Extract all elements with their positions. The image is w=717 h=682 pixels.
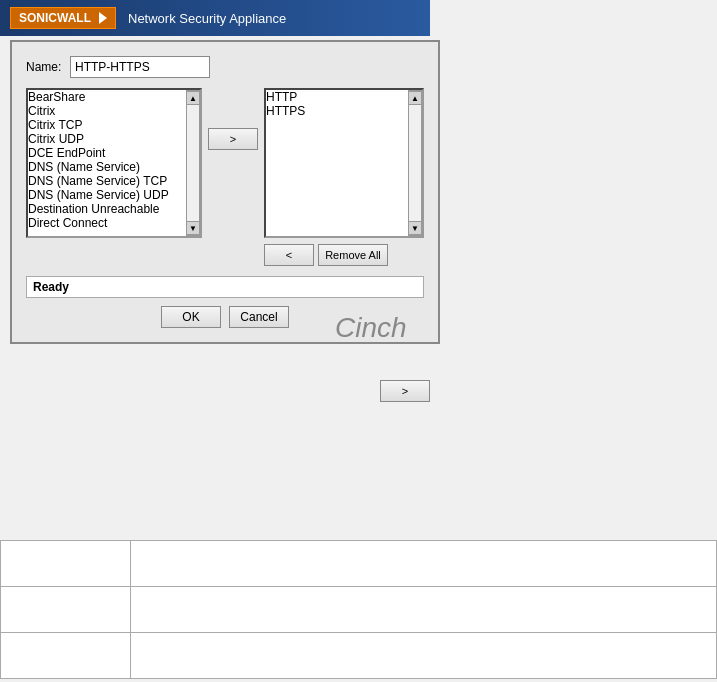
table-cell [131,541,717,587]
table-cell [131,587,717,633]
list-item[interactable]: DNS (Name Service) [28,160,186,174]
remove-button[interactable]: < [264,244,314,266]
header-title: Network Security Appliance [128,11,286,26]
page-wrapper: SONICWALL Network Security Appliance Nam… [0,0,717,682]
list-item[interactable]: Citrix [28,104,186,118]
right-list-content: HTTP HTTPS [266,90,408,236]
scroll-track [409,105,421,221]
list-item[interactable]: Citrix UDP [28,132,186,146]
bottom-table [0,540,717,679]
status-text: Ready [33,280,69,294]
left-list-box: BearShare Citrix Citrix TCP Citrix UDP D… [26,88,202,238]
table-row [1,541,717,587]
cancel-button[interactable]: Cancel [229,306,289,328]
list-item[interactable]: DCE EndPoint [28,146,186,160]
scroll-up-icon[interactable]: ▲ [408,91,422,105]
status-bar: Ready [26,276,424,298]
list-item[interactable]: Destination Unreachable [28,202,186,216]
arrow-below-button[interactable]: > [380,380,430,402]
table-cell [1,633,131,679]
list-item[interactable]: BearShare [28,90,186,104]
scroll-track [187,105,199,221]
remove-buttons-row: < Remove All [264,244,424,266]
name-row: Name: [26,56,424,78]
right-panel: HTTP HTTPS ▲ ▼ < Remove All [264,88,424,266]
list-item[interactable]: HTTPS [266,104,408,118]
sonicwall-logo: SONICWALL [10,7,116,29]
remove-all-button[interactable]: Remove All [318,244,388,266]
logo-arrow-icon [99,12,107,24]
transfer-buttons: > [208,88,258,150]
table-cell [1,587,131,633]
list-item[interactable]: DNS (Name Service) TCP [28,174,186,188]
list-item[interactable]: Citrix TCP [28,118,186,132]
name-label: Name: [26,60,64,74]
scroll-down-icon[interactable]: ▼ [408,221,422,235]
left-list-content: BearShare Citrix Citrix TCP Citrix UDP D… [28,90,186,236]
dialog: Name: BearShare Citrix Citrix TCP Citrix… [10,40,440,344]
scroll-down-icon[interactable]: ▼ [186,221,200,235]
add-button[interactable]: > [208,128,258,150]
list-item[interactable]: DNS (Name Service) UDP [28,188,186,202]
right-scrollbar[interactable]: ▲ ▼ [408,90,422,236]
list-item[interactable]: Direct Connect [28,216,186,230]
list-item[interactable]: HTTP [266,90,408,104]
cinch-label: Cinch [335,312,407,344]
scroll-up-icon[interactable]: ▲ [186,91,200,105]
table-row [1,587,717,633]
table-cell [131,633,717,679]
right-list-box: HTTP HTTPS ▲ ▼ [264,88,424,238]
logo-text: SONICWALL [19,11,91,25]
name-input[interactable] [70,56,210,78]
table-cell [1,541,131,587]
left-scrollbar[interactable]: ▲ ▼ [186,90,200,236]
header-bar: SONICWALL Network Security Appliance [0,0,430,36]
ok-button[interactable]: OK [161,306,221,328]
lists-area: BearShare Citrix Citrix TCP Citrix UDP D… [26,88,424,266]
table-row [1,633,717,679]
